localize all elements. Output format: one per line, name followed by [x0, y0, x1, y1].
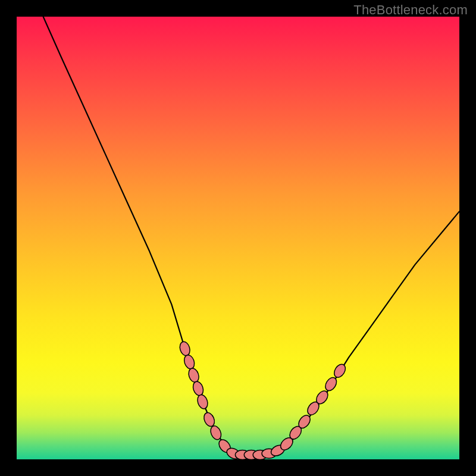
watermark-text: TheBottleneck.com — [353, 2, 468, 18]
marker-point — [332, 362, 347, 380]
marker-point — [192, 380, 205, 397]
plot-area — [17, 17, 459, 459]
marker-point — [202, 411, 217, 428]
marker-point — [196, 393, 209, 410]
chart-svg — [17, 17, 459, 459]
marker-point — [187, 367, 201, 384]
marker-point — [178, 340, 192, 357]
chart-frame: TheBottleneck.com — [0, 0, 476, 476]
curve-line — [43, 17, 459, 455]
marker-point — [183, 353, 196, 370]
curve-markers — [178, 340, 348, 459]
